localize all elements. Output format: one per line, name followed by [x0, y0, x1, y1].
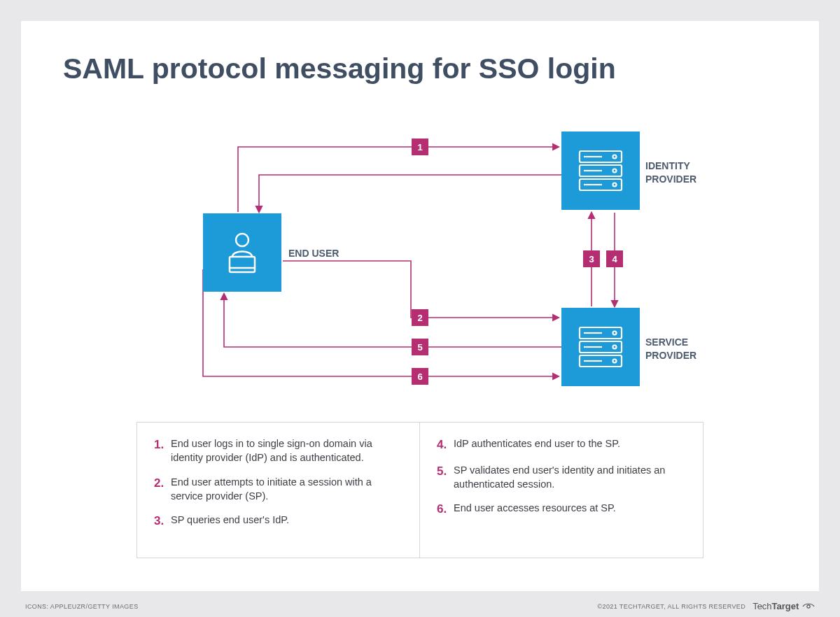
svg-point-0 [236, 234, 248, 246]
flow-step-3: 3 [583, 250, 600, 267]
footer-credit: ICONS: APPLEUZR/GETTY IMAGES [25, 603, 139, 610]
eye-icon [802, 601, 815, 609]
node-end-user [203, 213, 281, 292]
diagram-title: SAML protocol messaging for SSO login [63, 52, 616, 85]
flow-step-5: 5 [412, 339, 428, 355]
user-icon [217, 227, 267, 278]
svg-point-8 [613, 169, 617, 173]
server-icon [574, 144, 627, 197]
label-end-user: END USER [288, 247, 339, 260]
diagram-area: END USER IDENTITYPROVIDER [21, 112, 819, 406]
svg-point-20 [807, 605, 810, 608]
footer-copyright: ©2021 TECHTARGET, ALL RIGHTS RESERVED [597, 603, 746, 610]
node-service-provider [561, 308, 640, 386]
label-service-provider: SERVICEPROVIDER [645, 336, 696, 362]
legend-col-right: 4. IdP authenticates end user to the SP.… [420, 423, 703, 558]
diagram-card: SAML protocol messaging for SSO login [21, 21, 819, 591]
footer: ICONS: APPLEUZR/GETTY IMAGES ©2021 TECHT… [25, 600, 815, 610]
label-identity-provider: IDENTITYPROVIDER [645, 159, 696, 186]
legend-text: IdP authenticates end user to the SP. [454, 437, 620, 451]
legend: 1. End user logs in to single sign-on do… [136, 422, 704, 558]
legend-text: End user attempts to initiate a session … [171, 475, 402, 504]
legend-item: 5. SP validates end user's identity and … [437, 463, 686, 492]
legend-text: End user logs in to single sign-on domai… [171, 437, 402, 465]
legend-num: 4. [437, 437, 454, 453]
flow-step-1: 1 [412, 139, 428, 155]
legend-item: 3. SP queries end user's IdP. [154, 513, 402, 530]
legend-item: 1. End user logs in to single sign-on do… [154, 437, 402, 465]
legend-num: 6. [437, 501, 454, 518]
svg-point-10 [613, 183, 617, 187]
svg-point-6 [613, 155, 617, 159]
svg-point-19 [613, 360, 617, 363]
legend-text: SP queries end user's IdP. [171, 513, 289, 527]
legend-text: End user accesses resources at SP. [454, 501, 616, 515]
legend-text: SP validates end user's identity and ini… [454, 463, 686, 492]
svg-point-15 [613, 332, 617, 335]
legend-num: 5. [437, 463, 454, 480]
legend-num: 2. [154, 475, 171, 492]
techtarget-logo: TechTarget [752, 601, 815, 611]
legend-num: 1. [154, 437, 171, 453]
legend-col-left: 1. End user logs in to single sign-on do… [137, 423, 420, 558]
server-icon [574, 320, 627, 374]
flow-step-6: 6 [412, 368, 428, 385]
svg-rect-1 [230, 257, 255, 272]
legend-item: 4. IdP authenticates end user to the SP. [437, 437, 686, 453]
legend-item: 6. End user accesses resources at SP. [437, 501, 686, 518]
flow-step-2: 2 [412, 309, 428, 326]
legend-item: 2. End user attempts to initiate a sessi… [154, 475, 402, 504]
flow-arrows [21, 112, 819, 406]
legend-num: 3. [154, 513, 171, 530]
flow-step-4: 4 [606, 250, 623, 267]
node-identity-provider [561, 132, 640, 210]
svg-point-17 [613, 346, 617, 349]
